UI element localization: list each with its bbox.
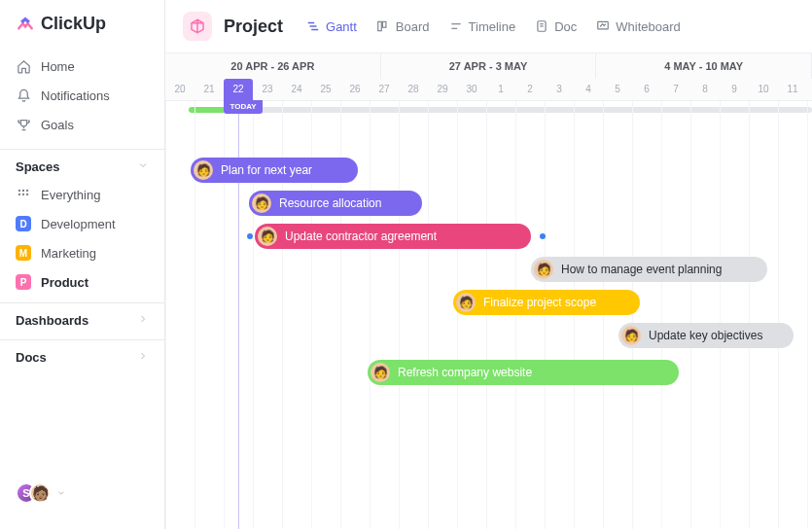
day-cell[interactable]: 8 [690, 79, 720, 100]
svg-rect-10 [382, 21, 386, 27]
day-cell[interactable]: 6 [632, 79, 661, 100]
tab-label: Timeline [469, 19, 516, 34]
svg-point-2 [26, 190, 28, 192]
space-label: Product [41, 275, 88, 290]
task-bar[interactable]: 🧑Resource allocation [249, 191, 422, 216]
everything-item[interactable]: Everything [0, 180, 164, 209]
tab-label: Gantt [326, 19, 357, 34]
space-marketing[interactable]: M Marketing [0, 238, 164, 267]
progress-remaining [243, 107, 812, 113]
task-bar[interactable]: 🧑Update contractor agreement [255, 224, 531, 249]
project-icon[interactable] [183, 12, 212, 41]
svg-point-4 [22, 194, 24, 195]
spaces-header[interactable]: Spaces [0, 150, 164, 180]
nav-notifications-label: Notifications [41, 88, 110, 103]
gantt-header: 20 APR - 26 APR27 APR - 3 MAY4 MAY - 10 … [165, 53, 812, 101]
nav-goals[interactable]: Goals [0, 110, 164, 139]
primary-nav: Home Notifications Goals [0, 48, 164, 143]
assignee-avatar[interactable]: 🧑 [258, 227, 277, 246]
day-cell[interactable]: 30 [457, 79, 486, 100]
nav-notifications[interactable]: Notifications [0, 81, 164, 110]
assignee-avatar[interactable]: 🧑 [456, 293, 476, 312]
day-cell[interactable]: 7 [661, 79, 690, 100]
user-avatars[interactable]: S 🧑🏽 [0, 471, 164, 515]
day-cell[interactable]: 28 [399, 79, 428, 100]
day-cell[interactable]: 3 [545, 79, 574, 100]
svg-point-0 [18, 190, 20, 192]
day-cell[interactable]: 1 [486, 79, 515, 100]
week-cell: 20 APR - 26 APR [165, 53, 381, 79]
day-cell[interactable]: 21 [194, 79, 224, 100]
tab-whiteboard[interactable]: Whiteboard [594, 16, 682, 38]
svg-point-3 [18, 194, 20, 195]
nav-home[interactable]: Home [0, 52, 164, 81]
day-cell[interactable]: 12 [807, 79, 812, 100]
space-badge: D [16, 216, 31, 231]
task-label: Resource allocation [279, 196, 381, 210]
chevron-right-icon [137, 350, 149, 365]
assignee-avatar[interactable]: 🧑 [252, 194, 271, 213]
day-cell[interactable]: 2 [515, 79, 545, 100]
docs-header[interactable]: Docs [0, 340, 164, 370]
topbar: Project Gantt Board Timeline Doc Whitebo… [165, 0, 812, 53]
space-label: Development [41, 217, 116, 231]
chevron-down-icon [137, 159, 149, 174]
everything-label: Everything [41, 188, 100, 202]
assignee-avatar[interactable]: 🧑 [194, 160, 213, 180]
task-label: Update key objectives [649, 329, 762, 342]
chevron-right-icon [137, 313, 149, 328]
assignee-avatar[interactable]: 🧑 [621, 326, 641, 345]
day-cell[interactable]: 9 [720, 79, 749, 100]
day-cell[interactable]: 20 [165, 79, 194, 100]
gantt-body[interactable]: 🧑Plan for next year🧑Resource allocation🧑… [165, 101, 812, 529]
task-bar[interactable]: 🧑Plan for next year [191, 158, 358, 183]
nav-home-label: Home [41, 59, 75, 74]
day-cell[interactable]: 10 [749, 79, 778, 100]
tab-doc[interactable]: Doc [533, 16, 579, 38]
space-development[interactable]: D Development [0, 209, 164, 238]
main-content: Project Gantt Board Timeline Doc Whitebo… [165, 0, 812, 529]
svg-point-1 [22, 190, 24, 192]
space-badge: P [16, 274, 31, 290]
timeline-icon [449, 19, 463, 33]
day-cell[interactable]: 24 [282, 79, 311, 100]
trophy-icon [16, 117, 31, 132]
tab-timeline[interactable]: Timeline [447, 16, 518, 38]
day-cell[interactable]: 29 [428, 79, 457, 100]
today-badge: TODAY [224, 100, 263, 114]
dashboards-header[interactable]: Dashboards [0, 303, 164, 334]
sidebar: ClickUp Home Notifications Goals Spaces … [0, 0, 165, 529]
day-cell[interactable]: 23 [253, 79, 282, 100]
space-product[interactable]: P Product [0, 267, 164, 297]
day-cell[interactable]: 27 [370, 79, 399, 100]
task-bar[interactable]: 🧑Finalize project scope [453, 290, 640, 315]
task-bar[interactable]: 🧑Refresh company website [368, 360, 679, 385]
day-cell[interactable]: 11 [778, 79, 807, 100]
docs-label: Docs [16, 350, 47, 365]
avatar-user-2[interactable]: 🧑🏽 [29, 482, 51, 504]
whiteboard-icon [596, 19, 610, 33]
day-cell[interactable]: 26 [340, 79, 370, 100]
nav-goals-label: Goals [41, 118, 74, 132]
week-cell: 27 APR - 3 MAY [381, 53, 597, 79]
tab-board[interactable]: Board [374, 16, 432, 38]
assignee-avatar[interactable]: 🧑 [534, 260, 553, 279]
tab-gantt[interactable]: Gantt [304, 16, 359, 38]
svg-point-5 [26, 194, 28, 195]
dependency-dot[interactable] [540, 233, 546, 239]
dashboards-label: Dashboards [16, 313, 88, 328]
dependency-dot[interactable] [247, 233, 253, 239]
assignee-avatar[interactable]: 🧑 [371, 363, 390, 382]
day-cell[interactable]: 4 [574, 79, 603, 100]
svg-rect-16 [598, 21, 609, 29]
day-cell[interactable]: 22TODAY [224, 79, 253, 100]
tab-label: Doc [554, 19, 577, 34]
task-label: Update contractor agreement [285, 229, 437, 243]
day-cell[interactable]: 5 [603, 79, 632, 100]
task-bar[interactable]: 🧑How to manage event planning [531, 257, 767, 282]
task-label: Finalize project scope [483, 296, 596, 309]
board-icon [376, 19, 390, 33]
day-cell[interactable]: 25 [311, 79, 340, 100]
task-bar[interactable]: 🧑Update key objectives [618, 323, 794, 348]
view-tabs: Gantt Board Timeline Doc Whiteboard [304, 16, 683, 38]
